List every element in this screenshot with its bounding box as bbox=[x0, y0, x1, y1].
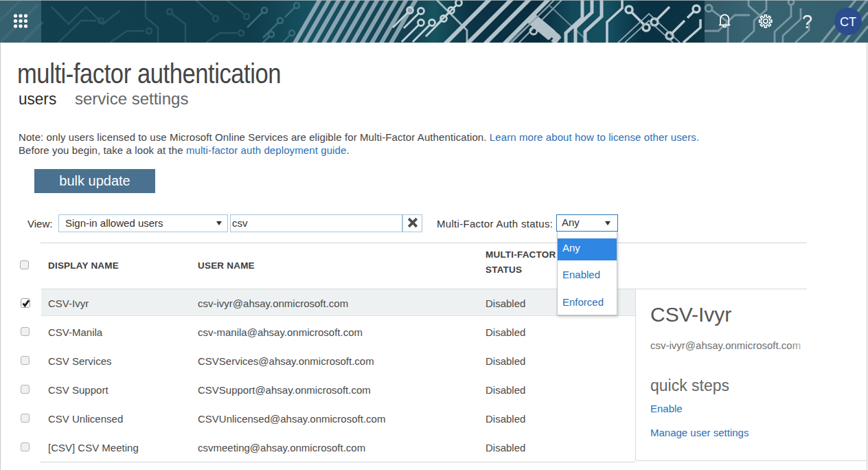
svg-text:CT: CT bbox=[840, 15, 856, 29]
svg-text:?: ? bbox=[802, 12, 812, 32]
